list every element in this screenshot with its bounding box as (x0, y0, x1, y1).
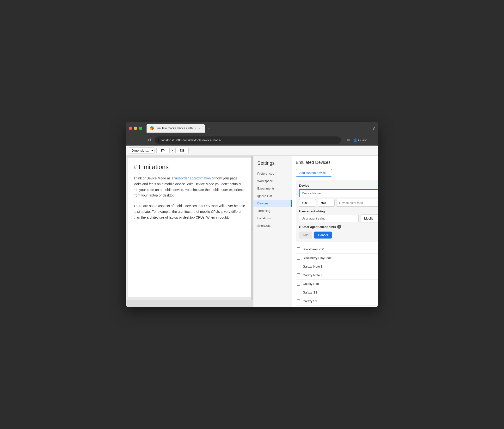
address-bar: ← → ↺ ℹ localhost:8080/docs/devtools/dev… (126, 134, 378, 146)
address-input-container[interactable]: ℹ localhost:8080/docs/devtools/device-mo… (155, 136, 341, 144)
address-text: localhost:8080/docs/devtools/device-mode… (162, 138, 221, 142)
blackberry-playbook-label: Blackberry PlayBook (303, 256, 332, 260)
dimension-selector[interactable]: Dimension... (129, 147, 154, 153)
height-input[interactable] (175, 148, 189, 153)
device-height-input[interactable] (318, 199, 335, 206)
add-custom-device-button[interactable]: Add custom device... (296, 169, 332, 177)
blackberry-z30-checkbox[interactable] (297, 247, 300, 251)
form-add-button[interactable]: Add (299, 232, 312, 239)
title-bar: Simulate mobile devices with D × + ∨ (126, 122, 378, 134)
galaxy-note-3-checkbox[interactable] (297, 265, 300, 268)
new-tab-button[interactable]: + (206, 125, 212, 132)
galaxy-s-iii-label: Galaxy S III (303, 282, 319, 286)
tab-close-button[interactable]: × (198, 126, 201, 130)
sidebar-item-workspace[interactable]: Workspace (253, 177, 292, 185)
address-info-icon: ℹ (158, 138, 160, 143)
blackberry-playbook-checkbox[interactable] (297, 256, 300, 260)
sidebar-item-throttling[interactable]: Throttling (253, 207, 292, 214)
list-item: Galaxy Note II (296, 271, 378, 280)
galaxy-s8-checkbox[interactable] (297, 291, 300, 294)
active-tab[interactable]: Simulate mobile devices with D × (146, 124, 205, 133)
content-heading: # Limitations (134, 163, 245, 171)
resize-handle[interactable]: = = (187, 302, 192, 305)
device-form: Device User agent string Mobile (296, 180, 378, 242)
browser-menu-button[interactable]: ⋮ (369, 137, 375, 143)
list-item: Galaxy S9+ (296, 297, 378, 305)
tab-favicon (150, 126, 154, 130)
device-section-label: Device (299, 184, 378, 187)
dimension-separator: × (171, 149, 173, 152)
sidebar-item-ignore-list[interactable]: Ignore List (253, 192, 292, 200)
galaxy-s9plus-label: Galaxy S9+ (303, 299, 319, 303)
heading-text: Limitations (139, 163, 169, 170)
galaxy-note-ii-checkbox[interactable] (297, 273, 300, 277)
heading-hash: # (134, 163, 137, 170)
list-item: BlackBerry Z30 (296, 245, 378, 254)
device-pixel-ratio-input[interactable] (337, 199, 378, 206)
tab-menu-button[interactable]: ∨ (372, 126, 375, 131)
device-width-input[interactable] (299, 199, 316, 206)
drag-handle[interactable]: ⋮ (251, 156, 253, 300)
minimize-window-button[interactable] (134, 127, 137, 130)
split-screen-button[interactable]: ⧉ (345, 137, 351, 143)
galaxy-s9plus-checkbox[interactable] (297, 299, 300, 303)
list-item: Galaxy Note 3 (296, 262, 378, 271)
maximize-window-button[interactable] (139, 127, 142, 130)
sidebar-item-devices[interactable]: Devices (253, 200, 292, 207)
dimension-dropdown[interactable]: Dimension... (129, 147, 154, 153)
user-agent-row: Mobile Desktop (299, 214, 378, 223)
devtools-menu-button[interactable]: ⋮ (371, 148, 375, 153)
settings-panel: Settings Preferences Workspace Experimen… (253, 156, 378, 307)
emulated-devices-panel: Emulated Devices × Add custom device... … (292, 156, 378, 307)
user-agent-section: User agent string Mobile Desktop (299, 209, 378, 223)
forward-button[interactable]: → (137, 137, 144, 143)
viewport-bottom-bar: = = (126, 300, 253, 307)
galaxy-s-iii-checkbox[interactable] (297, 282, 300, 286)
sidebar-item-shortcuts[interactable]: Shortcuts (253, 222, 292, 229)
viewport-top-scrollbar[interactable] (126, 156, 253, 158)
device-dimensions (299, 199, 378, 206)
hints-expand-icon[interactable]: ▶ (299, 225, 301, 228)
device-name-input[interactable] (299, 189, 378, 197)
sidebar-item-experiments[interactable]: Experiments (253, 185, 292, 192)
galaxy-note-3-label: Galaxy Note 3 (303, 265, 322, 268)
settings-title: Settings (253, 159, 292, 170)
sidebar-item-locations[interactable]: Locations (253, 214, 292, 222)
viewport: # Limitations Think of Device Mode as a … (126, 156, 253, 307)
drag-handle-icon: ⋮ (250, 226, 253, 230)
blackberry-z30-label: BlackBerry Z30 (303, 247, 324, 251)
form-actions: Add Cancel (299, 232, 378, 239)
viewport-content: # Limitations Think of Device Mode as a … (128, 158, 251, 297)
settings-sidebar: Settings Preferences Workspace Experimen… (253, 156, 292, 307)
sidebar-item-preferences[interactable]: Preferences (253, 170, 292, 177)
panel-title: Emulated Devices (296, 160, 331, 165)
user-agent-input[interactable] (299, 215, 359, 222)
list-item: Galaxy S III (296, 280, 378, 288)
hints-info-icon[interactable]: i (337, 225, 341, 229)
browser-actions: ⧉ 👤 Guest ⋮ (345, 137, 375, 143)
guest-profile-button[interactable]: 👤 Guest (353, 138, 367, 142)
guest-label: Guest (358, 138, 367, 142)
galaxy-note-ii-label: Galaxy Note II (303, 273, 322, 277)
user-agent-type-select[interactable]: Mobile Desktop (360, 214, 378, 223)
list-item: Blackberry PlayBook (296, 254, 378, 262)
list-item: Galaxy Tab S4 (296, 305, 378, 307)
refresh-button[interactable]: ↺ (146, 137, 153, 143)
form-cancel-button[interactable]: Cancel (314, 232, 332, 239)
galaxy-s8-label: Galaxy S8 (303, 291, 317, 294)
content-area: # Limitations Think of Device Mode as a … (126, 156, 378, 307)
back-button[interactable]: ← (129, 137, 135, 143)
user-agent-hints-row: ▶ User agent client hints i (299, 225, 378, 229)
traffic-lights (129, 127, 142, 130)
list-item: Galaxy S8 (296, 288, 378, 297)
first-order-link[interactable]: first-order approximation (174, 176, 211, 180)
close-window-button[interactable] (129, 127, 132, 130)
hints-label: User agent client hints (302, 225, 336, 229)
tab-bar: Simulate mobile devices with D × + (146, 124, 370, 133)
panel-header: Emulated Devices × (296, 160, 378, 165)
guest-avatar-icon: 👤 (353, 138, 357, 142)
browser-window: Simulate mobile devices with D × + ∨ ← →… (126, 122, 378, 307)
tab-label: Simulate mobile devices with D (156, 127, 196, 130)
user-agent-label: User agent string (299, 209, 378, 213)
width-input[interactable] (156, 148, 170, 153)
